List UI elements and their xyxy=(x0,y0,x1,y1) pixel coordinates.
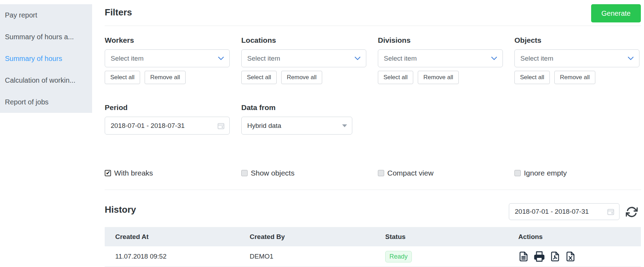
calendar-icon xyxy=(217,122,224,129)
workers-remove-all-button[interactable]: Remove all xyxy=(145,71,186,84)
locations-select-all-button[interactable]: Select all xyxy=(241,71,277,84)
chevron-down-icon xyxy=(628,57,633,60)
filters-title: Filters xyxy=(105,7,132,18)
report-page: Pay report Summary of hours a... Summary… xyxy=(0,0,644,267)
dropdown-caret-icon xyxy=(342,124,347,127)
file-text-icon xyxy=(518,251,529,262)
period-block: Period 2018-07-01 - 2018-07-31 xyxy=(105,103,230,135)
divisions-select-all-button[interactable]: Select all xyxy=(378,71,413,84)
compact-view-checkbox[interactable]: Compact view xyxy=(378,169,503,177)
chevron-down-icon xyxy=(218,57,224,60)
file-pdf-icon xyxy=(550,251,560,262)
view-report-button[interactable] xyxy=(518,251,529,262)
refresh-icon xyxy=(626,206,638,218)
period-date-input[interactable]: 2018-07-01 - 2018-07-31 xyxy=(105,117,230,135)
data-from-select[interactable]: Hybrid data xyxy=(241,117,352,135)
checkbox-box xyxy=(241,170,248,176)
history-date-range: 2018-07-01 - 2018-07-31 xyxy=(509,203,619,220)
workers-select-all-button[interactable]: Select all xyxy=(105,71,140,84)
generate-button[interactable]: Generate xyxy=(591,4,641,22)
column-header-status: Status xyxy=(385,233,518,241)
divider xyxy=(105,190,641,190)
export-excel-button[interactable] xyxy=(565,251,576,262)
divisions-remove-all-button[interactable]: Remove all xyxy=(418,71,459,84)
history-title: History xyxy=(105,204,136,215)
filter-column-locations: Locations Select item Select all Remove … xyxy=(241,36,366,84)
chevron-down-icon xyxy=(355,57,360,60)
objects-select-all-button[interactable]: Select all xyxy=(514,71,550,84)
status-cell: Ready xyxy=(385,251,518,262)
column-header-created-at: Created At xyxy=(105,233,250,241)
sidebar-item-pay-report[interactable]: Pay report xyxy=(0,4,92,26)
divider xyxy=(105,26,641,26)
divisions-label: Divisions xyxy=(378,36,503,44)
refresh-history-button[interactable] xyxy=(626,206,638,218)
filter-columns: Workers Select item Select all Remove al… xyxy=(105,36,639,84)
calendar-icon xyxy=(607,208,614,215)
show-objects-checkbox[interactable]: Show objects xyxy=(241,169,366,177)
created-at-cell: 11.07.2018 09:52 xyxy=(105,253,250,260)
divisions-select[interactable]: Select item xyxy=(378,49,503,67)
column-header-created-by: Created By xyxy=(250,233,385,241)
history-table-header: Created At Created By Status Actions xyxy=(105,227,641,246)
filter-column-objects: Objects Select item Select all Remove al… xyxy=(514,36,639,84)
printer-icon xyxy=(534,251,545,262)
locations-select[interactable]: Select item xyxy=(241,49,366,67)
actions-cell xyxy=(518,251,641,262)
sidebar-item-calculation-of-working[interactable]: Calculation of workin... xyxy=(0,69,92,91)
period-row: Period 2018-07-01 - 2018-07-31 Data from… xyxy=(105,103,352,135)
created-by-cell: DEMO1 xyxy=(250,253,385,260)
table-row: 11.07.2018 09:52 DEMO1 Ready xyxy=(105,246,641,267)
sidebar-item-summary-of-hours[interactable]: Summary of hours xyxy=(0,48,92,69)
locations-remove-all-button[interactable]: Remove all xyxy=(281,71,322,84)
workers-select[interactable]: Select item xyxy=(105,49,230,67)
checkbox-box xyxy=(378,170,384,176)
file-excel-icon xyxy=(565,251,576,262)
with-breaks-checkbox[interactable]: With breaks xyxy=(105,169,230,177)
objects-label: Objects xyxy=(514,36,639,44)
status-badge: Ready xyxy=(385,251,412,262)
sidebar-item-summary-of-hours-a[interactable]: Summary of hours a... xyxy=(0,26,92,48)
data-from-block: Data from Hybrid data xyxy=(241,103,352,135)
workers-label: Workers xyxy=(105,36,230,44)
checkbox-box xyxy=(514,170,521,176)
print-button[interactable] xyxy=(534,251,545,262)
chevron-down-icon xyxy=(491,57,497,60)
period-label: Period xyxy=(105,103,230,112)
export-pdf-button[interactable] xyxy=(550,251,560,262)
main-content: Filters Generate Workers Select item Sel… xyxy=(105,0,641,267)
options-row: With breaks Show objects Compact view Ig… xyxy=(105,169,639,177)
sidebar-item-report-of-jobs[interactable]: Report of jobs xyxy=(0,91,92,113)
ignore-empty-checkbox[interactable]: Ignore empty xyxy=(514,169,639,177)
filter-column-workers: Workers Select item Select all Remove al… xyxy=(105,36,230,84)
sidebar: Pay report Summary of hours a... Summary… xyxy=(0,4,92,113)
locations-label: Locations xyxy=(241,36,366,44)
data-from-label: Data from xyxy=(241,103,352,112)
checkbox-box xyxy=(105,170,111,176)
history-date-input[interactable]: 2018-07-01 - 2018-07-31 xyxy=(509,203,619,220)
filter-column-divisions: Divisions Select item Select all Remove … xyxy=(378,36,503,84)
column-header-actions: Actions xyxy=(518,233,641,241)
history-table: Created At Created By Status Actions 11.… xyxy=(105,227,641,267)
objects-select[interactable]: Select item xyxy=(514,49,639,67)
objects-remove-all-button[interactable]: Remove all xyxy=(554,71,595,84)
